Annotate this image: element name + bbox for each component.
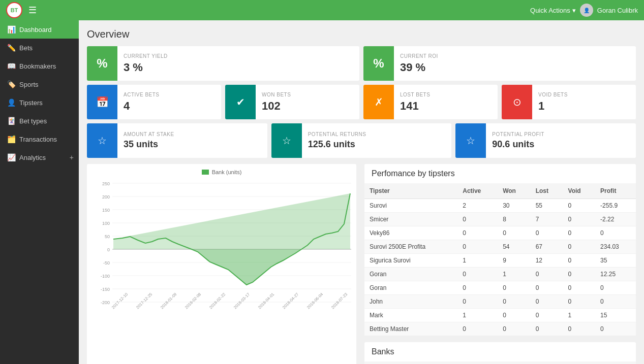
- chart-legend: Bank (units): [92, 169, 351, 175]
- col-bookmaker: Bookmaker: [364, 361, 444, 364]
- tipsters-icon: 👤: [7, 98, 15, 107]
- col-won: Won: [498, 183, 530, 199]
- lost-bets-value: 141: [400, 100, 430, 113]
- cell-won: 8: [498, 213, 530, 226]
- sidebar-item-bet-types[interactable]: 🃏 Bet types: [0, 112, 79, 130]
- svg-text:2017-12-25: 2017-12-25: [135, 292, 154, 310]
- cell-void: 1: [563, 309, 596, 322]
- quick-actions-label: Quick Actions: [530, 7, 570, 14]
- potential-returns-icon: ☆: [271, 123, 302, 158]
- col-void: Void: [563, 183, 596, 199]
- main-content: Overview % CURRENT YIELD 3 % % CURRENT R…: [79, 20, 644, 364]
- cell-void: 0: [563, 199, 596, 213]
- sidebar-item-tipsters[interactable]: 👤 Tipsters: [0, 93, 79, 112]
- potential-returns-info: POTENTIAL RETURNS 125.6 units: [302, 127, 373, 154]
- cell-active: 1: [457, 309, 498, 322]
- cell-profit: 0: [595, 281, 636, 295]
- sidebar-item-bookmakers[interactable]: 📖 Bookmakers: [0, 57, 79, 75]
- cell-active: 0: [457, 268, 498, 281]
- right-panel: Perfomance by tipsters Tipster Active Wo…: [364, 164, 636, 364]
- svg-text:250: 250: [102, 181, 110, 186]
- svg-text:2017-12-10: 2017-12-10: [111, 292, 129, 310]
- cell-profit: 0: [595, 322, 636, 336]
- bank-chart: 250 200 150 100 50 0 -50 -100 -150 -200: [92, 178, 351, 310]
- potential-profit-value: 90.6 units: [492, 139, 544, 150]
- cell-profit: 35: [595, 254, 636, 268]
- analytics-plus-button[interactable]: +: [70, 153, 74, 161]
- sidebar: 📊 Dashboard ✏️ Bets 📖 Bookmakers 🏷️ Spor…: [0, 20, 79, 364]
- cell-tipster: Sigurica Surovi: [364, 254, 457, 268]
- svg-text:2018-06-04: 2018-06-04: [306, 292, 324, 310]
- table-row: Surovi 2 30 55 0 -255.9: [364, 199, 636, 213]
- stat-card-current-yield: % CURRENT YIELD 3 %: [87, 46, 359, 81]
- bookmakers-icon: 📖: [7, 62, 15, 70]
- quick-actions-chevron: ▾: [572, 7, 576, 14]
- banks-title: Banks: [364, 342, 636, 361]
- sidebar-item-transactions[interactable]: 🗂️ Transactions: [0, 130, 79, 148]
- svg-text:0: 0: [107, 247, 110, 252]
- sidebar-item-label: Transactions: [19, 136, 57, 143]
- sidebar-item-label: Bet types: [19, 117, 47, 125]
- sidebar-item-sports[interactable]: 🏷️ Sports: [0, 75, 79, 93]
- cell-tipster: Goran: [364, 281, 457, 295]
- potential-returns-label: POTENTIAL RETURNS: [308, 131, 366, 137]
- svg-text:150: 150: [102, 208, 110, 213]
- cell-active: 0: [457, 322, 498, 336]
- cell-active: 0: [457, 213, 498, 226]
- cell-lost: 12: [531, 254, 563, 268]
- cell-won: 0: [498, 295, 530, 309]
- current-roi-icon: %: [363, 46, 394, 81]
- amount-at-stake-label: AMOUNT AT STAKE: [124, 131, 174, 137]
- sidebar-item-analytics[interactable]: 📈 Analytics +: [0, 148, 79, 167]
- cell-void: 0: [563, 295, 596, 309]
- cell-tipster: Betting Master: [364, 322, 457, 336]
- dashboard-icon: 📊: [7, 25, 15, 34]
- performance-title: Perfomance by tipsters: [364, 164, 636, 183]
- sidebar-item-label: Bookmakers: [19, 62, 56, 70]
- banks-header-row: Bookmaker Deposits From bets Total: [364, 361, 636, 364]
- stat-card-amount-at-stake: ☆ AMOUNT AT STAKE 35 units: [87, 123, 267, 158]
- active-bets-icon: 📅: [87, 85, 117, 119]
- stat-card-potential-profit: ☆ POTENTIAL PROFIT 90.6 units: [455, 123, 636, 158]
- stat-card-lost-bets: ✗ LOST BETS 141: [363, 85, 498, 119]
- app-body: 📊 Dashboard ✏️ Bets 📖 Bookmakers 🏷️ Spor…: [0, 20, 644, 364]
- sports-icon: 🏷️: [7, 80, 15, 88]
- hamburger-icon[interactable]: ☰: [28, 5, 37, 16]
- cell-active: 0: [457, 295, 498, 309]
- quick-actions-button[interactable]: Quick Actions ▾: [530, 7, 576, 14]
- cell-lost: 55: [531, 199, 563, 213]
- svg-text:100: 100: [102, 221, 110, 226]
- potential-profit-icon: ☆: [455, 123, 486, 158]
- cell-tipster: Mark: [364, 309, 457, 322]
- cell-void: 0: [563, 281, 596, 295]
- stat-card-current-roi: % CURRENT RoI 39 %: [363, 46, 636, 81]
- sidebar-item-bets[interactable]: ✏️ Bets: [0, 39, 79, 57]
- app-logo: BT: [6, 2, 22, 18]
- cell-tipster: Goran: [364, 268, 457, 281]
- col-lost: Lost: [531, 183, 563, 199]
- navbar-left: BT ☰: [6, 2, 37, 18]
- sidebar-item-label: Bets: [19, 44, 33, 52]
- cell-won: 9: [498, 254, 530, 268]
- bottom-section: Bank (units) 250 200: [87, 164, 636, 364]
- potential-returns-value: 125.6 units: [308, 139, 366, 150]
- potential-profit-label: POTENTIAL PROFIT: [492, 131, 544, 137]
- void-bets-label: VOID BETS: [538, 92, 568, 97]
- lost-bets-info: LOST BETS 141: [394, 88, 436, 117]
- bets-icon: ✏️: [7, 44, 15, 52]
- table-row: Veky86 0 0 0 0 0: [364, 226, 636, 240]
- stat-card-void-bets: ⊙ VOID BETS 1: [502, 85, 636, 119]
- cell-profit: -255.9: [595, 199, 636, 213]
- current-yield-value: 3 %: [124, 61, 168, 74]
- active-bets-value: 4: [124, 100, 160, 113]
- sidebar-item-dashboard[interactable]: 📊 Dashboard: [0, 20, 79, 39]
- amount-at-stake-info: AMOUNT AT STAKE 35 units: [117, 127, 180, 154]
- cell-void: 0: [563, 213, 596, 226]
- svg-text:2018-02-22: 2018-02-22: [208, 292, 227, 310]
- won-bets-info: WON BETS 102: [256, 88, 297, 117]
- col-deposits: Deposits: [444, 361, 510, 364]
- banks-section: Banks Bookmaker Deposits From bets Total: [364, 342, 636, 364]
- svg-text:200: 200: [102, 194, 110, 200]
- cell-void: 0: [563, 226, 596, 240]
- active-bets-info: ACTIVE BETS 4: [117, 88, 166, 117]
